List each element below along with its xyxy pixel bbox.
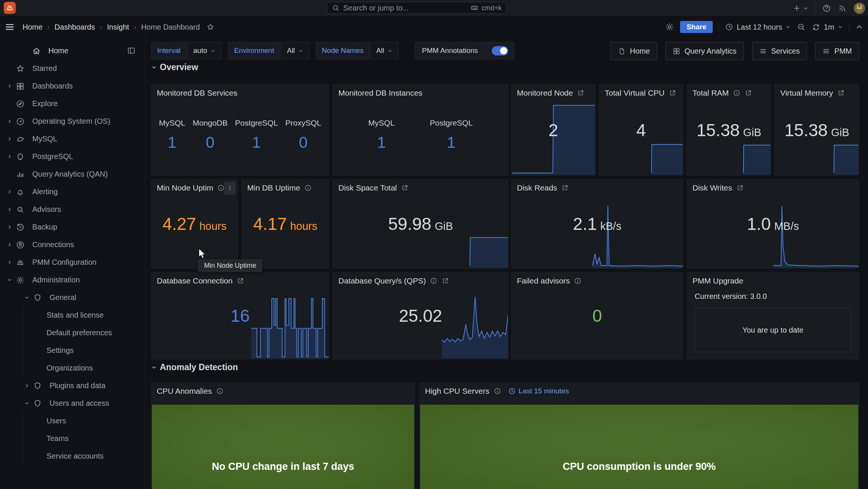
panel-title[interactable]: High CPU Servers	[425, 387, 490, 396]
chevron-right-icon[interactable]	[3, 136, 16, 142]
external-link-icon[interactable]	[577, 89, 584, 97]
chevron-right-icon[interactable]	[3, 242, 16, 248]
sidebar-item-explore[interactable]: Explore	[0, 95, 145, 112]
panel-title[interactable]: Min Node Uptime	[157, 183, 213, 192]
sidebar-item-default-preferences[interactable]: Default preferences	[23, 324, 145, 342]
sidebar-item-pmm-configuration[interactable]: PMM Configuration	[0, 254, 145, 271]
panel-menu-icon[interactable]	[224, 182, 236, 195]
link-button-home[interactable]: Home	[611, 42, 657, 60]
sidebar-item-backup[interactable]: Backup	[0, 218, 145, 236]
info-icon[interactable]	[430, 277, 437, 285]
node-names-select[interactable]: All	[370, 42, 398, 59]
sidebar-item-users-and-access[interactable]: Users and access	[0, 394, 145, 412]
sidebar-item-general[interactable]: General	[0, 289, 145, 306]
interval-select[interactable]: auto	[187, 42, 221, 59]
chevron-down-icon[interactable]	[20, 295, 33, 300]
info-icon[interactable]	[574, 277, 581, 285]
help-icon[interactable]	[822, 4, 831, 13]
pmm-annotations-toggle[interactable]	[486, 42, 514, 59]
info-icon[interactable]	[733, 89, 740, 97]
user-avatar[interactable]	[854, 3, 865, 14]
panel-title[interactable]: Monitored DB Services	[157, 88, 237, 98]
chevron-right-icon[interactable]	[3, 224, 16, 230]
panel-title[interactable]: Disk Space Total	[338, 183, 397, 192]
sidebar-item-mysql[interactable]: MySQL	[0, 130, 145, 148]
overview-section-header[interactable]: Overview	[151, 62, 198, 72]
chevron-right-icon[interactable]	[3, 207, 16, 212]
panel-title[interactable]: Total Virtual CPU	[605, 88, 665, 98]
search-input[interactable]: Search or jump to... cmd+k	[327, 2, 506, 14]
sidebar-item-operating-system-os-[interactable]: Operating System (OS)	[0, 112, 145, 130]
sidebar-item-advisors[interactable]: Advisors	[0, 201, 145, 218]
panel-title[interactable]: Database Connection	[157, 276, 233, 285]
breadcrumb-item-insight[interactable]: Insight	[107, 23, 129, 32]
sidebar-item-service-accounts[interactable]: Service accounts	[23, 447, 145, 465]
external-link-icon[interactable]	[745, 89, 752, 97]
sidebar-item-alerting[interactable]: Alerting	[0, 183, 145, 201]
sidebar-item-administration[interactable]: Administration	[0, 271, 145, 289]
chevron-right-icon[interactable]	[3, 83, 16, 89]
external-link-icon[interactable]	[837, 89, 845, 97]
chevron-right-icon[interactable]	[3, 154, 16, 159]
info-icon[interactable]	[304, 184, 312, 192]
external-link-icon[interactable]	[736, 184, 744, 192]
dashboard-settings-icon[interactable]	[665, 22, 674, 32]
breadcrumb-item-dashboards[interactable]: Dashboards	[54, 23, 95, 32]
pmm-logo[interactable]	[4, 2, 16, 14]
anomaly-section-header[interactable]: Anomaly Detection	[151, 362, 238, 372]
panel-title[interactable]: Database Query/s (QPS)	[338, 276, 426, 285]
panel-title[interactable]: Virtual Memory	[780, 88, 833, 98]
sidebar-item-dashboards[interactable]: Dashboards	[0, 77, 145, 95]
external-link-icon[interactable]	[237, 277, 244, 285]
sidebar-item-home[interactable]: Home	[0, 42, 145, 60]
breadcrumb-item-home[interactable]: Home	[23, 23, 42, 32]
refresh-picker[interactable]: 1m	[812, 23, 843, 32]
chevron-right-icon[interactable]	[20, 383, 33, 388]
external-link-icon[interactable]	[561, 184, 569, 192]
panel-title[interactable]: Min DB Uptime	[247, 183, 300, 192]
chevron-down-icon[interactable]	[20, 400, 33, 406]
chevron-right-icon[interactable]	[3, 189, 16, 195]
panel-title[interactable]: PMM Upgrade	[692, 276, 743, 285]
external-link-icon[interactable]	[442, 277, 449, 285]
chevron-right-icon[interactable]	[3, 118, 16, 124]
panel-time-override[interactable]: Last 15 minutes	[508, 387, 569, 395]
collapse-toolbar-icon[interactable]	[855, 23, 863, 31]
external-link-icon[interactable]	[401, 184, 408, 192]
sidebar-item-teams[interactable]: Teams	[23, 430, 145, 447]
panel-title[interactable]: CPU Anomalies	[157, 387, 212, 396]
sidebar-item-stats-and-license[interactable]: Stats and license	[23, 306, 145, 324]
interval-variable[interactable]: Interval auto	[151, 42, 221, 59]
favorite-star-icon[interactable]	[206, 23, 215, 31]
panel-title[interactable]: Monitored DB Instances	[338, 88, 422, 98]
environment-variable[interactable]: Environment All	[228, 42, 309, 59]
share-button[interactable]: Share	[680, 21, 713, 33]
environment-select[interactable]: All	[281, 42, 309, 59]
sidebar-item-connections[interactable]: Connections	[0, 236, 145, 254]
sidebar-item-users[interactable]: Users	[23, 412, 145, 430]
external-link-icon[interactable]	[669, 89, 676, 97]
link-button-pmm[interactable]: PMM	[815, 42, 859, 60]
sidebar-item-query-analytics-qan-[interactable]: Query Analytics (QAN)	[0, 165, 145, 183]
dock-sidebar-icon[interactable]	[127, 46, 136, 55]
add-new-button[interactable]	[793, 4, 808, 12]
node-names-variable[interactable]: Node Names All	[316, 42, 398, 59]
link-button-services[interactable]: Services	[752, 42, 807, 60]
chevron-down-icon[interactable]	[3, 277, 16, 283]
panel-title[interactable]: Monitored Node	[517, 88, 573, 98]
panel-title[interactable]: Total RAM	[692, 88, 729, 98]
info-icon[interactable]	[494, 387, 501, 395]
panel-title[interactable]: Failed advisors	[517, 276, 570, 285]
sidebar-item-organizations[interactable]: Organizations	[23, 359, 145, 377]
zoom-out-icon[interactable]	[797, 22, 806, 32]
sidebar-item-starred[interactable]: Starred	[0, 60, 145, 77]
mega-menu-toggle[interactable]	[5, 22, 15, 32]
time-range-picker[interactable]: Last 12 hours	[725, 23, 791, 32]
link-button-query-analytics[interactable]: Query Analytics	[665, 42, 744, 60]
info-icon[interactable]	[217, 184, 225, 192]
sidebar-item-postgresql[interactable]: PostgreSQL	[0, 148, 145, 165]
panel-title[interactable]: Disk Writes	[692, 183, 732, 192]
chevron-right-icon[interactable]	[3, 260, 16, 265]
info-icon[interactable]	[216, 387, 224, 395]
news-broadcast-icon[interactable]	[838, 4, 847, 13]
